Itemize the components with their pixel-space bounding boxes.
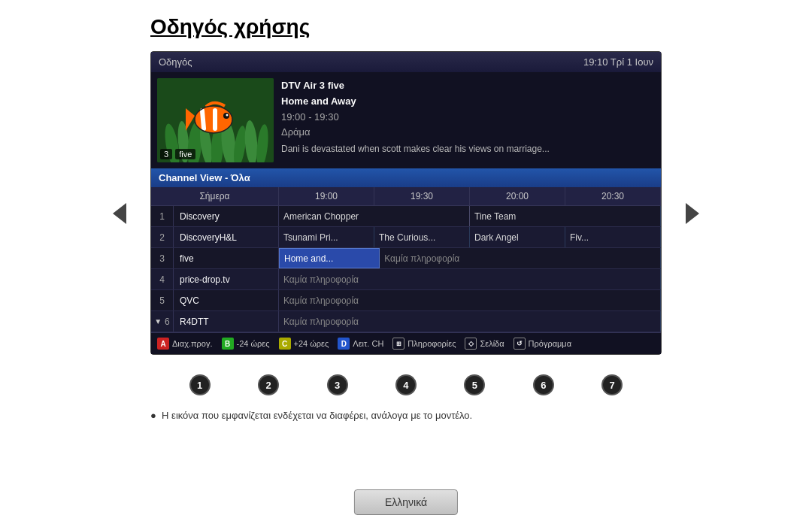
circle-1: 1 <box>189 374 211 395</box>
toolbar-item-6[interactable]: ◇ Σελίδα <box>465 338 504 350</box>
toolbar-label-2: -24 ώρες <box>237 339 270 348</box>
channel-row-5: 5 QVC Καμία πληροφορία <box>151 290 661 311</box>
ch-name-4: price-drop.tv <box>174 269 279 289</box>
toolbar-item-7[interactable]: ↺ Πρόγραμμα <box>514 338 571 350</box>
preview-show-desc: Dani is devastated when scott makes clea… <box>281 142 550 156</box>
guide-datetime: 19:10 Τρί 1 Ιουν <box>583 56 653 68</box>
program-cell[interactable]: Fiv... <box>565 227 661 247</box>
ch-programs-4: Καμία πληροφορία <box>279 269 661 289</box>
timeslot-1900: 19:00 <box>279 187 374 205</box>
program-cell[interactable]: The Curious... <box>374 227 470 247</box>
bullet-text: Η εικόνα που εμφανίζεται ενδέχεται να δι… <box>162 410 472 421</box>
channel-row-3: 3 five Home and... Καμία πληροφορία <box>151 248 661 269</box>
btn-outline-page[interactable]: ◇ <box>465 338 477 350</box>
svg-point-14 <box>226 114 229 117</box>
program-cell[interactable]: Καμία πληροφορία <box>279 290 661 310</box>
ch-num-6: ▼ 6 <box>151 311 174 332</box>
nav-right-arrow[interactable] <box>686 203 699 224</box>
bullet-dot: ● <box>150 410 159 421</box>
guide-label: Οδηγός <box>159 56 192 68</box>
toolbar-label-5: Πληροφορίες <box>408 339 456 348</box>
ch-num-1: 1 <box>151 206 174 226</box>
ch-name-3: five <box>174 248 279 268</box>
page-title: Οδηγός χρήσης <box>150 15 310 39</box>
timeslot-2000: 20:00 <box>470 187 565 205</box>
nav-left-arrow[interactable] <box>113 203 126 224</box>
program-cell[interactable]: Καμία πληροφορία <box>279 311 661 332</box>
ch-programs-5: Καμία πληροφορία <box>279 290 661 310</box>
program-cell[interactable]: Tsunami Pri... <box>279 227 374 247</box>
bullet-note: ● Η εικόνα που εμφανίζεται ενδέχεται να … <box>150 410 472 421</box>
btn-green[interactable]: B <box>222 338 234 350</box>
preview-channel-name: DTV Air 3 five <box>281 78 550 94</box>
ch-programs-6: Καμία πληροφορία <box>279 311 661 332</box>
circle-5: 5 <box>464 374 485 395</box>
ch-num-2: 2 <box>151 227 174 247</box>
channel-row-1: 1 Discovery American Chopper Tine Team <box>151 206 661 227</box>
timeslot-2030: 20:30 <box>565 187 661 205</box>
program-cell[interactable]: Tine Team <box>470 206 661 226</box>
preview-image: 3 five <box>157 78 274 162</box>
ch-programs-3: Home and... Καμία πληροφορία <box>279 248 661 268</box>
btn-blue[interactable]: D <box>338 338 350 350</box>
program-cell[interactable]: Καμία πληροφορία <box>380 248 661 268</box>
guide-toolbar: A Διαχ.προγ. B -24 ώρες C +24 ώρες D Λει… <box>151 332 661 354</box>
channel-num-badge: 3 <box>160 149 172 159</box>
ch-num-3: 3 <box>151 248 174 268</box>
ch-programs-2: Tsunami Pri... The Curious... Dark Angel… <box>279 227 661 247</box>
channel-row-4: 4 price-drop.tv Καμία πληροφορία <box>151 269 661 290</box>
channel-label-badge: five <box>175 149 195 159</box>
toolbar-item-1[interactable]: A Διαχ.προγ. <box>157 338 213 350</box>
down-arrow-icon: ▼ <box>154 317 162 326</box>
preview-show-title: Home and Away <box>281 94 550 110</box>
toolbar-label-7: Πρόγραμμα <box>529 339 571 348</box>
channel-row-2: 2 DiscoveryH&L Tsunami Pri... The Curiou… <box>151 227 661 248</box>
program-cell[interactable]: Dark Angel <box>470 227 565 247</box>
ch-num-5: 5 <box>151 290 174 310</box>
preview-show-time: 19:00 - 19:30 <box>281 110 550 126</box>
svg-rect-12 <box>213 108 217 131</box>
program-cell-highlighted[interactable]: Home and... <box>279 248 380 268</box>
timeslot-1930: 19:30 <box>374 187 470 205</box>
ch-programs-1: American Chopper Tine Team <box>279 206 661 226</box>
timeline-header: Σήμερα 19:00 19:30 20:00 20:30 <box>151 187 661 206</box>
toolbar-item-2[interactable]: B -24 ώρες <box>222 338 270 350</box>
program-cell[interactable]: Καμία πληροφορία <box>279 269 661 289</box>
toolbar-label-6: Σελίδα <box>480 339 504 348</box>
channel-badge: 3 five <box>160 149 195 159</box>
toolbar-item-3[interactable]: C +24 ώρες <box>279 338 329 350</box>
btn-outline-info[interactable]: ⊞ <box>392 338 404 350</box>
guide-container: Οδηγός 19:10 Τρί 1 Ιουν <box>150 51 662 355</box>
circle-4: 4 <box>395 374 417 395</box>
program-cell[interactable]: American Chopper <box>279 206 470 226</box>
numbered-circles: 1 2 3 4 5 6 7 <box>150 374 662 395</box>
channel-view-header: Channel View - Όλα <box>151 168 661 187</box>
btn-yellow[interactable]: C <box>279 338 291 350</box>
circle-6: 6 <box>533 374 554 395</box>
ch-name-6: R4DTT <box>174 311 279 332</box>
channel-row-6: ▼ 6 R4DTT Καμία πληροφορία <box>151 311 661 332</box>
toolbar-label-3: +24 ώρες <box>294 339 329 348</box>
btn-red[interactable]: A <box>157 338 169 350</box>
ch-name-2: DiscoveryH&L <box>174 227 279 247</box>
circle-7: 7 <box>601 374 623 395</box>
guide-header: Οδηγός 19:10 Τρί 1 Ιουν <box>151 52 661 72</box>
toolbar-item-5[interactable]: ⊞ Πληροφορίες <box>392 338 456 350</box>
toolbar-label-4: Λειτ. CH <box>353 339 383 348</box>
ch-num-4: 4 <box>151 269 174 289</box>
toolbar-label-1: Διαχ.προγ. <box>172 339 213 348</box>
preview-info: DTV Air 3 five Home and Away 19:00 - 19:… <box>281 78 550 162</box>
preview-show-genre: Δράμα <box>281 125 550 141</box>
ch-num-label-6: 6 <box>165 316 170 327</box>
language-button[interactable]: Ελληνικά <box>354 489 458 515</box>
btn-outline-prog[interactable]: ↺ <box>514 338 526 350</box>
toolbar-item-4[interactable]: D Λειτ. CH <box>338 338 383 350</box>
ch-name-1: Discovery <box>174 206 279 226</box>
ch-name-5: QVC <box>174 290 279 310</box>
today-label: Σήμερα <box>151 187 279 205</box>
timeline-slots: 19:00 19:30 20:00 20:30 <box>279 187 661 205</box>
preview-section: 3 five DTV Air 3 five Home and Away 19:0… <box>151 72 661 168</box>
circle-2: 2 <box>258 374 279 395</box>
circle-3: 3 <box>327 374 348 395</box>
